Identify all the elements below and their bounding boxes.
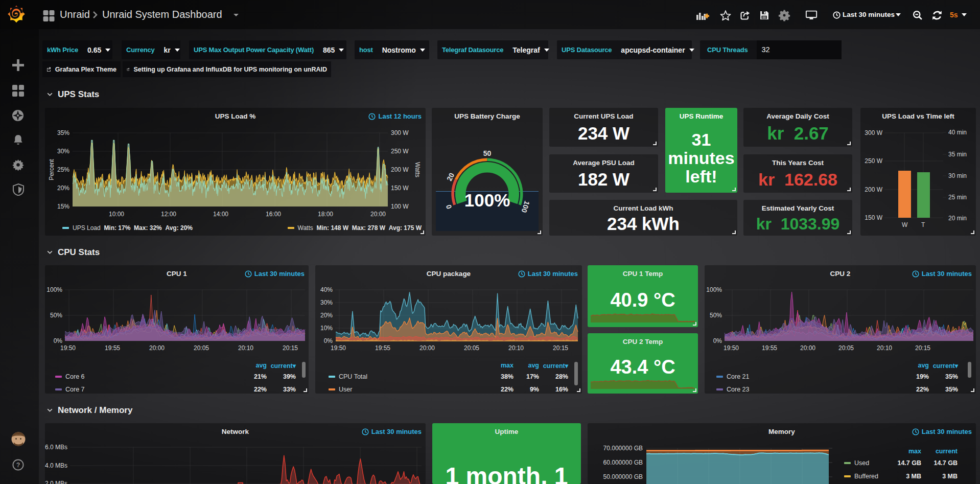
svg-text:?: ?	[16, 462, 20, 469]
svg-text:50: 50	[483, 149, 492, 157]
